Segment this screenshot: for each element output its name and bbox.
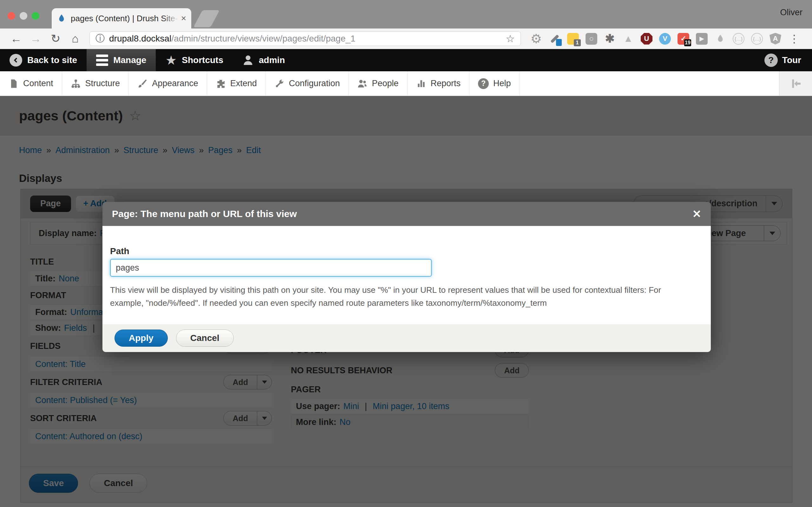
help-icon: ? bbox=[478, 78, 489, 89]
camera-extension-icon[interactable]: ○ bbox=[586, 33, 597, 45]
fullscreen-window-button[interactable] bbox=[32, 12, 39, 20]
people-icon bbox=[357, 78, 367, 89]
menu-item-help[interactable]: ? Help bbox=[469, 71, 520, 96]
path-description: This view will be displayed by visiting … bbox=[110, 284, 699, 309]
modal-footer: Apply Cancel bbox=[102, 324, 711, 352]
paintbrush-icon bbox=[137, 78, 148, 89]
tour-label: Tour bbox=[782, 55, 801, 65]
tour-button[interactable]: ? Tour bbox=[754, 49, 812, 71]
dark-gear-extension-icon[interactable]: ✱ bbox=[604, 33, 616, 45]
back-chevron-icon bbox=[9, 54, 22, 66]
sitemap-icon bbox=[71, 78, 81, 89]
collapse-left-icon bbox=[790, 77, 802, 90]
ublock-extension-icon[interactable]: U bbox=[641, 33, 653, 45]
tab-close-icon[interactable]: × bbox=[181, 13, 186, 23]
path-field-label: Path bbox=[110, 246, 699, 257]
back-to-site-button[interactable]: Back to site bbox=[0, 49, 87, 71]
menu-label: Help bbox=[493, 78, 511, 89]
menu-item-reports[interactable]: Reports bbox=[408, 71, 470, 96]
browser-tab[interactable]: pages (Content) | Drush Site-In × bbox=[52, 8, 191, 29]
browser-profile-name[interactable]: Oliver bbox=[780, 8, 803, 17]
todoist-extension-icon[interactable]: ✓19 bbox=[677, 33, 689, 45]
apply-button[interactable]: Apply bbox=[114, 330, 168, 347]
reload-icon[interactable]: ↻ bbox=[46, 32, 65, 45]
tab-title: pages (Content) | Drush Site-In bbox=[71, 14, 179, 23]
menu-label: Content bbox=[23, 78, 53, 89]
menu-item-content[interactable]: Content bbox=[0, 71, 62, 96]
modal-title: Page: The menu path or URL of this view bbox=[112, 209, 297, 219]
eyedropper-extension-icon[interactable] bbox=[549, 33, 560, 45]
page-content: pages (Content) ☆ Home » Administration … bbox=[0, 96, 812, 507]
menu-label: Appearance bbox=[152, 78, 198, 89]
todoist-badge: 19 bbox=[684, 39, 691, 46]
braces-extension-icon[interactable]: {…} bbox=[733, 33, 745, 45]
admin-user-button[interactable]: admin bbox=[233, 49, 294, 71]
manage-label: Manage bbox=[113, 55, 146, 65]
shortcuts-button[interactable]: ★ Shortcuts bbox=[156, 49, 233, 71]
angular-extension-icon[interactable]: A bbox=[769, 33, 781, 45]
menu-item-structure[interactable]: Structure bbox=[62, 71, 129, 96]
drupal-admin-toolbar: Back to site Manage ★ Shortcuts admin ? … bbox=[0, 49, 812, 71]
new-tab-button[interactable] bbox=[194, 10, 220, 27]
notes-badge: 1 bbox=[574, 39, 581, 46]
close-icon[interactable]: ✕ bbox=[693, 208, 702, 220]
bookmark-star-icon[interactable]: ☆ bbox=[506, 33, 515, 45]
menu-label: Extend bbox=[230, 78, 257, 89]
hamburger-icon bbox=[96, 55, 108, 66]
file-icon bbox=[9, 78, 19, 89]
tour-question-icon: ? bbox=[764, 54, 778, 67]
bar-chart-icon bbox=[416, 78, 426, 89]
notes-extension-icon[interactable]: 1 bbox=[567, 33, 579, 45]
modal-header[interactable]: Page: The menu path or URL of this view … bbox=[102, 202, 711, 226]
shortcuts-label: Shortcuts bbox=[182, 55, 223, 65]
user-icon bbox=[242, 55, 254, 66]
drupal-extension-icon[interactable] bbox=[714, 33, 726, 45]
path-input[interactable] bbox=[110, 259, 432, 277]
menu-item-people[interactable]: People bbox=[349, 71, 407, 96]
gear-extension-icon[interactable]: ⚙ bbox=[530, 33, 542, 45]
path-description-line1: This view will be displayed by visiting … bbox=[110, 284, 699, 297]
menu-label: Configuration bbox=[289, 78, 340, 89]
back-to-site-label: Back to site bbox=[27, 55, 77, 65]
minimize-window-button[interactable] bbox=[20, 12, 27, 20]
drive-extension-icon[interactable]: ▲ bbox=[622, 33, 634, 45]
site-info-icon[interactable]: ⓘ bbox=[96, 32, 105, 45]
address-bar[interactable]: ⓘ drupal8.docksal /admin/structure/views… bbox=[90, 32, 521, 46]
home-icon[interactable]: ⌂ bbox=[65, 32, 85, 45]
modal-body: Path This view will be displayed by visi… bbox=[102, 226, 711, 324]
browser-toolbar: ← → ↻ ⌂ ⓘ drupal8.docksal /admin/structu… bbox=[0, 29, 812, 49]
drupal-favicon-icon bbox=[57, 14, 66, 23]
extension-row: ⚙ 1 ○ ✱ ▲ U V ✓19 ▶ {…} {…} A bbox=[530, 33, 781, 45]
braces-extension-icon-2[interactable]: {…} bbox=[751, 33, 763, 45]
admin-user-label: admin bbox=[259, 55, 285, 65]
url-host: drupal8.docksal bbox=[109, 34, 171, 44]
menu-item-extend[interactable]: Extend bbox=[207, 71, 266, 96]
browser-menu-icon[interactable]: ⋮ bbox=[789, 32, 800, 45]
vimeo-extension-icon[interactable]: V bbox=[659, 33, 671, 45]
wrench-icon bbox=[274, 78, 285, 89]
menu-label: Reports bbox=[431, 78, 461, 89]
url-path: /admin/structure/views/view/pages/edit/p… bbox=[171, 34, 502, 44]
puzzle-icon bbox=[216, 78, 226, 89]
menu-item-configuration[interactable]: Configuration bbox=[266, 71, 349, 96]
player-extension-icon[interactable]: ▶ bbox=[696, 33, 708, 45]
eyedropper-badge bbox=[556, 39, 562, 46]
modal-cancel-button[interactable]: Cancel bbox=[176, 330, 234, 347]
close-window-button[interactable] bbox=[8, 12, 15, 20]
menu-label: Structure bbox=[85, 78, 120, 89]
forward-icon[interactable]: → bbox=[26, 32, 46, 45]
back-icon[interactable]: ← bbox=[6, 32, 26, 45]
path-description-line2: example, "node/%/feed". If needed you ca… bbox=[110, 297, 699, 309]
manage-button[interactable]: Manage bbox=[87, 49, 156, 71]
browser-titlebar: pages (Content) | Drush Site-In × Oliver bbox=[0, 0, 812, 29]
path-modal: Page: The menu path or URL of this view … bbox=[102, 202, 711, 352]
toolbar-collapse-button[interactable] bbox=[779, 71, 812, 96]
drupal-menu-bar: Content Structure Appearance Extend Conf… bbox=[0, 71, 812, 96]
menu-item-appearance[interactable]: Appearance bbox=[129, 71, 207, 96]
window-controls bbox=[8, 12, 39, 20]
menu-label: People bbox=[372, 78, 398, 89]
shortcuts-star-icon: ★ bbox=[165, 54, 177, 66]
screen: pages (Content) | Drush Site-In × Oliver… bbox=[0, 0, 812, 507]
